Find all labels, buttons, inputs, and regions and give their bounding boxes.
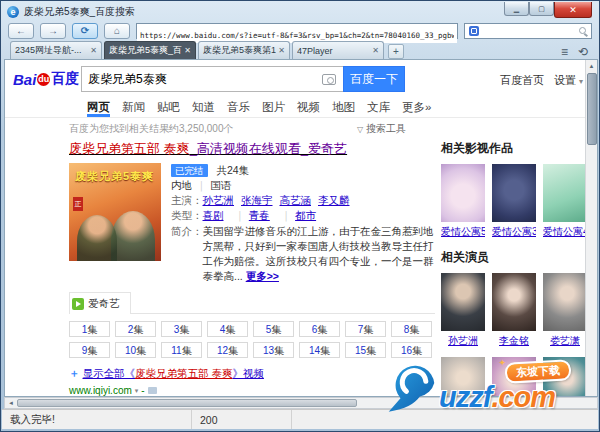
episode-link[interactable]: 12集 bbox=[207, 342, 248, 358]
tab-iqiyi[interactable]: 爱奇艺 bbox=[69, 292, 131, 314]
maximize-icon[interactable]: ▢ bbox=[529, 2, 554, 16]
baidu-search-button[interactable]: 百度一下 bbox=[343, 66, 405, 92]
forward-icon[interactable]: → bbox=[40, 23, 66, 39]
tab-close-icon[interactable]: ✕ bbox=[278, 46, 285, 55]
search-icon[interactable] bbox=[579, 27, 586, 34]
tab-strip: 2345网址导航-...✕废柴兄弟5泰爽_百..✕废柴兄弟5泰爽第1...✕47… bbox=[2, 41, 598, 59]
result1-poster[interactable]: 废柴兄弟5泰爽 正 bbox=[69, 163, 161, 261]
related-actors-title: 相关演员 bbox=[441, 249, 591, 266]
back-icon[interactable]: ← bbox=[8, 23, 34, 39]
episode-suffix: 集 bbox=[133, 324, 143, 335]
nav-item[interactable]: 网页 bbox=[87, 100, 110, 117]
result1-title-link[interactable]: 废柴兄弟第五部 泰爽_高清视频在线观看_爱奇艺 bbox=[69, 140, 435, 158]
show-all-link[interactable]: 显示全部《废柴兄弟第五部 泰爽》视频 bbox=[83, 367, 264, 379]
actor-name-link[interactable]: 李金铭 bbox=[492, 334, 536, 348]
separator: ｜ bbox=[235, 209, 245, 221]
work-poster[interactable] bbox=[492, 164, 536, 222]
scroll-up-icon[interactable]: ▲ bbox=[586, 60, 597, 72]
episode-count: 共24集 bbox=[216, 164, 249, 176]
episode-link[interactable]: 13集 bbox=[253, 342, 294, 358]
chrome-search-box[interactable] bbox=[464, 23, 592, 39]
type-link[interactable]: 青春 bbox=[249, 209, 270, 221]
minimize-icon[interactable]: ▁ bbox=[504, 2, 529, 16]
menu-icon[interactable]: ≡ bbox=[561, 45, 568, 59]
episode-link[interactable]: 4集 bbox=[207, 321, 248, 337]
close-icon[interactable]: ✕ bbox=[554, 2, 592, 18]
actor-link[interactable]: 高艺涵 bbox=[280, 194, 312, 206]
work-title-link[interactable]: 爱情公寓3 bbox=[492, 225, 536, 239]
browser-tab[interactable]: 废柴兄弟5泰爽_百..✕ bbox=[104, 41, 196, 59]
refresh-icon[interactable]: ⟳ bbox=[72, 23, 98, 39]
baidu-page: Bai du 百度 百度一下 百度首页 设置 ▾ 网页新闻贴吧知道音乐图片视频地… bbox=[4, 59, 598, 397]
actor-name-link[interactable]: 孙艺洲 bbox=[441, 334, 485, 348]
episode-link[interactable]: 7集 bbox=[345, 321, 386, 337]
vertical-scroll-thumb[interactable] bbox=[587, 73, 597, 145]
episode-link[interactable]: 2集 bbox=[115, 321, 156, 337]
window-frame: e 废柴兄弟5泰爽_百度搜索 ▁ ▢ ✕ ← → ⟳ ⌂ 2345网址导航-..… bbox=[0, 0, 600, 432]
nav-item[interactable]: 音乐 bbox=[227, 100, 250, 117]
episode-link[interactable]: 14集 bbox=[299, 342, 340, 358]
tab-close-icon[interactable]: ✕ bbox=[184, 46, 191, 55]
episode-link[interactable]: 3集 bbox=[161, 321, 202, 337]
episode-link[interactable]: 15集 bbox=[345, 342, 386, 358]
nav-item[interactable]: 文库 bbox=[367, 100, 390, 117]
nav-item[interactable]: 贴吧 bbox=[157, 100, 180, 117]
tab-close-icon[interactable]: ✕ bbox=[90, 46, 97, 55]
work-poster[interactable] bbox=[441, 164, 485, 222]
result1-url[interactable]: www.iqiyi.com bbox=[69, 385, 132, 396]
nav-item[interactable]: 视频 bbox=[297, 100, 320, 117]
actor-name-link[interactable]: 娄艺潇 bbox=[543, 334, 587, 348]
horizontal-scroll-thumb[interactable] bbox=[17, 399, 357, 407]
actor-photo[interactable] bbox=[543, 273, 587, 331]
actor-link[interactable]: 李又麟 bbox=[318, 194, 350, 206]
work-title-link[interactable]: 爱情公寓4 bbox=[543, 225, 587, 239]
snapshot-icon[interactable] bbox=[148, 387, 157, 394]
episode-link[interactable]: 5集 bbox=[253, 321, 294, 337]
episode-link[interactable]: 16集 bbox=[391, 342, 432, 358]
browser-tab[interactable]: 47Player✕ bbox=[292, 41, 384, 59]
nav-item[interactable]: 更多» bbox=[402, 100, 431, 117]
search-tools-link[interactable]: ▽ 搜索工具 bbox=[357, 122, 406, 136]
separator: ｜ bbox=[281, 209, 291, 221]
episode-link[interactable]: 1集 bbox=[69, 321, 110, 337]
episode-suffix: 集 bbox=[271, 324, 281, 335]
actor-photo[interactable] bbox=[441, 273, 485, 331]
result1-body: 废柴兄弟5泰爽 正 已完结 共24集 内地｜国语 主演：孙艺洲张海宇高艺涵李又麟 bbox=[69, 163, 435, 284]
title-bar[interactable]: e 废柴兄弟5泰爽_百度搜索 ▁ ▢ ✕ bbox=[2, 2, 598, 21]
nav-item[interactable]: 新闻 bbox=[122, 100, 145, 117]
actor-link[interactable]: 张海宇 bbox=[241, 194, 273, 206]
baidu-search-input[interactable] bbox=[82, 67, 343, 91]
nav-item[interactable]: 地图 bbox=[332, 100, 355, 117]
episode-link[interactable]: 10集 bbox=[115, 342, 156, 358]
baidu-search-box[interactable] bbox=[81, 66, 343, 92]
tab-close-icon[interactable]: ✕ bbox=[372, 46, 379, 55]
work-title-link[interactable]: 爱情公寓5 bbox=[441, 225, 485, 239]
episode-link[interactable]: 8集 bbox=[391, 321, 432, 337]
reopen-tab-icon[interactable]: ⟲ bbox=[578, 45, 588, 59]
actor-link[interactable]: 孙艺洲 bbox=[203, 194, 235, 206]
actor-photo[interactable] bbox=[492, 273, 536, 331]
chevron-down-icon[interactable]: ▾ bbox=[135, 387, 139, 395]
work-poster[interactable] bbox=[543, 164, 587, 222]
browser-tab[interactable]: 2345网址导航-...✕ bbox=[10, 41, 102, 59]
scroll-left-icon[interactable]: ◄ bbox=[5, 400, 17, 406]
nav-item[interactable]: 知道 bbox=[192, 100, 215, 117]
new-tab-button[interactable]: + bbox=[388, 44, 404, 59]
vertical-scrollbar[interactable]: ▲ bbox=[585, 60, 597, 396]
baidu-header: Bai du 百度 百度一下 百度首页 设置 ▾ bbox=[13, 66, 583, 100]
episode-link[interactable]: 6集 bbox=[299, 321, 340, 337]
browser-tab[interactable]: 废柴兄弟5泰爽第1...✕ bbox=[198, 41, 290, 59]
baidu-logo[interactable]: Bai du 百度 bbox=[13, 70, 79, 88]
search-engine-icon[interactable] bbox=[469, 26, 479, 36]
baidu-home-link[interactable]: 百度首页 bbox=[500, 73, 544, 88]
address-bar[interactable] bbox=[136, 23, 458, 39]
type-link[interactable]: 喜剧 bbox=[203, 209, 224, 221]
nav-item[interactable]: 图片 bbox=[262, 100, 285, 117]
more-link[interactable]: 更多>> bbox=[246, 270, 279, 282]
settings-link[interactable]: 设置 ▾ bbox=[554, 73, 583, 88]
camera-icon[interactable] bbox=[322, 74, 336, 85]
type-link[interactable]: 都市 bbox=[295, 209, 316, 221]
episode-link[interactable]: 11集 bbox=[161, 342, 202, 358]
episode-link[interactable]: 9集 bbox=[69, 342, 110, 358]
home-icon[interactable]: ⌂ bbox=[104, 23, 130, 39]
